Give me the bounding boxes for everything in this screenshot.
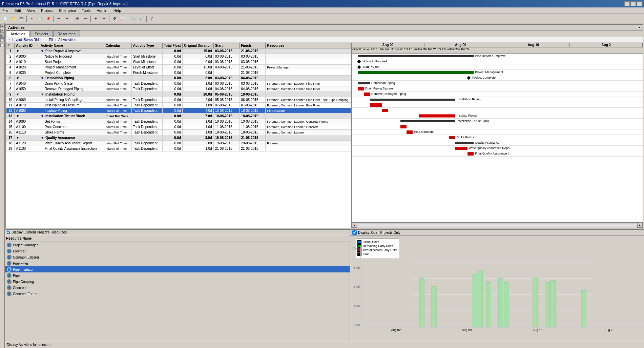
table-row[interactable]: 3A1010Start Projectndard Full TimeStart … xyxy=(6,59,351,65)
sidebar-activities-icon[interactable]: A xyxy=(0,24,4,28)
table-row[interactable]: 16A1110Strike Formsndard Full TimeTask D… xyxy=(6,130,351,135)
close-button[interactable]: × xyxy=(637,1,642,6)
toolbar-help[interactable]: ? xyxy=(148,15,155,22)
col-num[interactable]: # xyxy=(6,43,15,48)
resource-list[interactable]: 👤Project Manager👤Foreman👤Common Laborer👤… xyxy=(5,242,350,341)
toolbar-new[interactable]: 📄 xyxy=(1,15,9,22)
chart-display-checkbox[interactable] xyxy=(352,230,357,235)
toolbar-paste[interactable]: 📌 xyxy=(44,15,52,22)
resource-list-item[interactable]: 👤Concrete Forms xyxy=(5,291,350,297)
menu-file[interactable]: File xyxy=(1,8,9,13)
table-row[interactable]: 2A1000Notice to Proceedndard Full TimeSt… xyxy=(6,54,351,59)
menu-edit[interactable]: Edit xyxy=(14,8,22,13)
minimize-button[interactable]: _ xyxy=(624,1,630,6)
toolbar-schedule[interactable]: ⏱ xyxy=(111,15,118,22)
toolbar-copy[interactable]: 📋 xyxy=(36,15,44,22)
table-row[interactable]: 10A1060Install Piping & Couplingsndard F… xyxy=(6,97,351,103)
col-start[interactable]: Start xyxy=(213,43,240,48)
col-activity-name[interactable]: Activity Name xyxy=(39,43,104,48)
gantt-task-bar[interactable] xyxy=(358,87,364,90)
col-resources[interactable]: Resources xyxy=(266,43,351,48)
gantt-summary-bar[interactable] xyxy=(358,55,474,57)
menu-help[interactable]: Help xyxy=(112,8,122,13)
tab-projects[interactable]: Projects xyxy=(30,30,53,37)
resource-list-item[interactable]: 👤Pipe Insulator xyxy=(5,266,350,272)
resource-list-item[interactable]: 👤Pipe Coupling xyxy=(5,279,350,285)
gantt-task-bar[interactable] xyxy=(400,125,407,128)
gantt-task-bar[interactable] xyxy=(449,136,455,139)
menu-enterprise[interactable]: Enterprise xyxy=(58,8,77,13)
table-row[interactable]: 6▼▼Demolition Piping0.0d2.0d03-08-201504… xyxy=(6,76,351,81)
tab-activities[interactable]: Activities xyxy=(6,30,29,37)
toolbar-open[interactable]: 📂 xyxy=(9,15,17,22)
gantt-task-bar[interactable] xyxy=(455,147,468,150)
window-controls[interactable]: _ □ × xyxy=(624,1,642,6)
toolbar-redo[interactable]: ↪ xyxy=(63,15,70,22)
maximize-button[interactable]: □ xyxy=(630,1,636,6)
table-row[interactable]: 9▼▼Installation Piping0.0d10.0d05-08-201… xyxy=(6,92,351,97)
resource-list-item[interactable]: 👤Foreman xyxy=(5,248,350,254)
col-activity-id[interactable]: Activity ID xyxy=(15,43,39,48)
gantt-task-bar[interactable] xyxy=(382,109,388,112)
menu-view[interactable]: View xyxy=(26,8,36,13)
menu-project[interactable]: Project xyxy=(40,8,54,13)
sidebar-tracking-icon[interactable]: 📈 xyxy=(0,43,4,47)
tab-resources[interactable]: Resources xyxy=(53,30,80,37)
resource-list-item[interactable]: 👤Common Laborer xyxy=(5,254,350,260)
table-row[interactable]: 7A1040Drain Piping Systemndard Full Time… xyxy=(6,81,351,86)
gantt-task-bar[interactable] xyxy=(364,93,370,96)
gantt-task-bar[interactable] xyxy=(358,71,474,74)
table-row[interactable]: 17▼▼Quality Assurance0.0d3.0d19-08-20152… xyxy=(6,135,351,141)
menu-tools[interactable]: Tools xyxy=(81,8,92,13)
sidebar-resources-icon[interactable]: R xyxy=(0,34,4,38)
col-total-float[interactable]: Total Float xyxy=(162,43,182,48)
table-row[interactable]: 18A1120Write Quality Assurance Reportnda… xyxy=(6,141,351,146)
toolbar-filter[interactable]: ▼ xyxy=(92,15,100,22)
gantt-summary-bar[interactable] xyxy=(370,99,455,101)
gantt-summary-bar[interactable] xyxy=(455,142,474,144)
resource-list-item[interactable]: 👤Project Manager xyxy=(5,242,350,248)
table-row[interactable]: 12A1080Insulate Pipingndard Full TimeTas… xyxy=(6,108,351,114)
sidebar-projects-icon[interactable]: P xyxy=(0,29,4,33)
table-row[interactable]: 13▼▼Installation Thrust Blockndard Full … xyxy=(6,114,351,119)
toolbar-delete[interactable]: ➖ xyxy=(82,15,89,22)
table-row[interactable]: 15A1100Pour Concretendard Full TimeTask … xyxy=(6,124,351,130)
gantt-scroll-track[interactable] xyxy=(358,224,637,227)
toolbar-undo[interactable]: ↩ xyxy=(55,15,62,22)
toolbar-add[interactable]: ➕ xyxy=(74,15,81,22)
gantt-summary-bar[interactable] xyxy=(400,120,455,122)
table-row[interactable]: 11A1070Test Piping at Pressurendard Full… xyxy=(6,103,351,108)
col-original-duration[interactable]: Original Duration xyxy=(183,43,214,48)
toolbar-group[interactable]: ≡ xyxy=(100,15,108,22)
toolbar-progress[interactable]: 📊 xyxy=(119,15,126,22)
resource-list-item[interactable]: 👤Concrete xyxy=(5,285,350,291)
gantt-body-scroll[interactable]: Pipe Repair & ImproveNotice to ProceedSt… xyxy=(352,54,643,222)
col-activity-type[interactable]: Activity Type xyxy=(131,43,162,48)
menu-admin[interactable]: Admin xyxy=(96,8,108,13)
panel-close-button[interactable]: × xyxy=(639,26,641,29)
gantt-task-bar[interactable] xyxy=(419,114,455,118)
table-row[interactable]: 8A1050Remove Damaged Pipingndard Full Ti… xyxy=(6,86,351,92)
gantt-scroll-left[interactable]: ◄ xyxy=(352,223,357,228)
table-row[interactable]: 5A1030Project Completendard Full TimeFin… xyxy=(6,70,351,76)
toolbar-zoom-in[interactable]: 🔍 xyxy=(129,15,137,22)
table-row[interactable]: 14A1090Set Formsndard Full TimeTask Depe… xyxy=(6,119,351,124)
activity-table-scroll[interactable]: # Activity ID Activity Name Calendar Act… xyxy=(6,43,351,228)
table-row[interactable]: 19A1130Final Quality Assurance Inspectio… xyxy=(6,146,351,151)
gantt-task-bar[interactable] xyxy=(407,130,413,134)
toolbar-cut[interactable]: ✂ xyxy=(28,15,36,22)
resource-list-item[interactable]: 👤Pipe Fitter xyxy=(5,260,350,266)
col-calendar[interactable]: Calendar xyxy=(104,43,131,48)
resource-list-item[interactable]: 👤Pipe xyxy=(5,272,350,279)
resource-display-checkbox[interactable] xyxy=(7,231,10,234)
toolbar-save[interactable]: 💾 xyxy=(18,15,25,22)
gantt-day-label: Thr xyxy=(404,47,409,50)
table-row[interactable]: 1▼▼Pipe Repair & Improve0.0d15.0d03-08-2… xyxy=(6,48,351,54)
table-row[interactable]: 4A1020Project Managementndard Full TimeL… xyxy=(6,65,351,70)
gantt-task-bar[interactable] xyxy=(370,103,382,107)
gantt-task-bar[interactable] xyxy=(468,152,474,156)
col-finish[interactable]: Finish xyxy=(240,43,266,48)
sidebar-reports-icon[interactable]: 📋 xyxy=(0,38,4,42)
toolbar-zoom-out[interactable]: 🔎 xyxy=(138,15,145,22)
gantt-scroll-right[interactable]: ► xyxy=(637,223,643,228)
